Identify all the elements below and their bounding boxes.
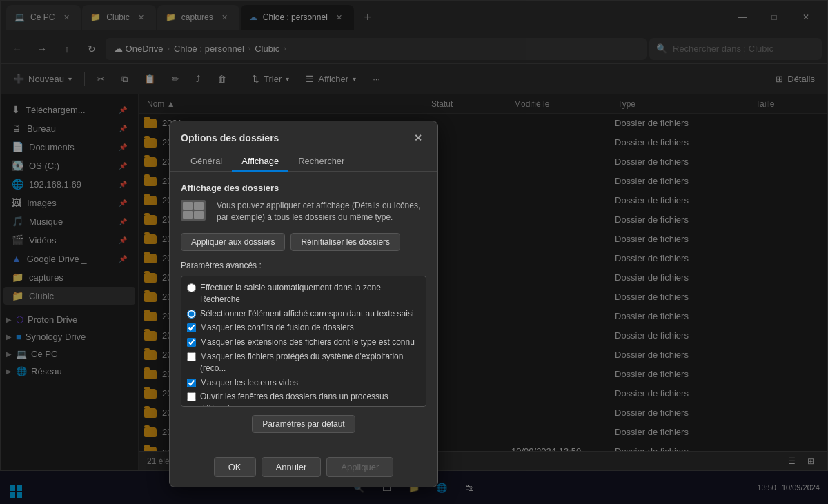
dialog-tabs: Général Affichage Rechercher <box>170 152 437 172</box>
option-label-masquer-proteges: Masquer les fichiers protégés du système… <box>200 351 420 374</box>
apply-button[interactable]: Appliquer <box>326 457 393 477</box>
checkbox-masquer-extensions[interactable] <box>187 338 196 347</box>
dialog-tab-rechercher[interactable]: Rechercher <box>288 152 354 172</box>
dialog-tab-affichage[interactable]: Affichage <box>232 152 288 172</box>
cancel-button[interactable]: Annuler <box>262 457 322 477</box>
option-label-select-element: Sélectionner l'élément affiché correspon… <box>200 308 420 320</box>
dialog-tab-general[interactable]: Général <box>181 152 232 172</box>
checkbox-ouvrir-processus[interactable] <box>187 392 196 401</box>
option-auto-type[interactable]: Effectuer la saisie automatiquement dans… <box>184 281 423 307</box>
option-label-ouvrir-processus: Ouvrir les fenêtres des dossiers dans un… <box>200 391 420 407</box>
radio-auto-type[interactable] <box>187 283 196 292</box>
reset-folders-button[interactable]: Réinitialiser les dossiers <box>290 233 400 251</box>
dialog-title: Options des dossiers <box>181 132 279 143</box>
ok-button[interactable]: OK <box>214 457 256 477</box>
preview-text: Vous pouvez appliquer cet affichage (Dét… <box>217 200 426 223</box>
apply-to-folders-button[interactable]: Appliquer aux dossiers <box>181 233 285 251</box>
dialog-body: Affichage des dossiers Vous pouvez appli… <box>170 172 437 450</box>
dialog-titlebar: Options des dossiers ✕ <box>170 121 437 152</box>
checkbox-masquer-conflits[interactable] <box>187 323 196 332</box>
folder-options-dialog: Options des dossiers ✕ Général Affichage… <box>169 121 438 487</box>
checkbox-masquer-lecteurs[interactable] <box>187 379 196 387</box>
option-label-masquer-lecteurs: Masquer les lecteurs vides <box>200 377 420 389</box>
option-label-masquer-conflits: Masquer les conflits de fusion de dossie… <box>200 322 420 334</box>
display-preview: Vous pouvez appliquer cet affichage (Dét… <box>181 200 426 225</box>
preview-icon <box>181 200 208 225</box>
option-select-element[interactable]: Sélectionner l'élément affiché correspon… <box>184 307 423 321</box>
default-btn-row: Paramètres par défaut <box>181 415 426 433</box>
default-settings-button[interactable]: Paramètres par défaut <box>252 415 355 433</box>
option-masquer-proteges[interactable]: Masquer les fichiers protégés du système… <box>184 350 423 376</box>
advanced-label: Paramètres avancés : <box>181 261 426 270</box>
option-masquer-conflits[interactable]: Masquer les conflits de fusion de dossie… <box>184 321 423 335</box>
dialog-close-button[interactable]: ✕ <box>410 130 426 146</box>
option-label-masquer-extensions: Masquer les extensions des fichiers dont… <box>200 336 420 348</box>
checkbox-masquer-proteges[interactable] <box>187 352 196 361</box>
option-masquer-lecteurs[interactable]: Masquer les lecteurs vides <box>184 376 423 390</box>
radio-select-element[interactable] <box>187 310 196 319</box>
dialog-footer: OK Annuler Appliquer <box>170 450 437 487</box>
preview-icon-inner <box>181 200 206 221</box>
option-label-auto-type: Effectuer la saisie automatiquement dans… <box>200 282 420 305</box>
section-title: Affichage des dossiers <box>181 183 426 193</box>
options-list: Effectuer la saisie automatiquement dans… <box>181 276 426 407</box>
dialog-buttons-row: Appliquer aux dossiers Réinitialiser les… <box>181 233 426 251</box>
option-ouvrir-processus[interactable]: Ouvrir les fenêtres des dossiers dans un… <box>184 390 423 407</box>
option-masquer-extensions[interactable]: Masquer les extensions des fichiers dont… <box>184 335 423 350</box>
dialog-overlay: Options des dossiers ✕ Général Affichage… <box>0 0 828 504</box>
